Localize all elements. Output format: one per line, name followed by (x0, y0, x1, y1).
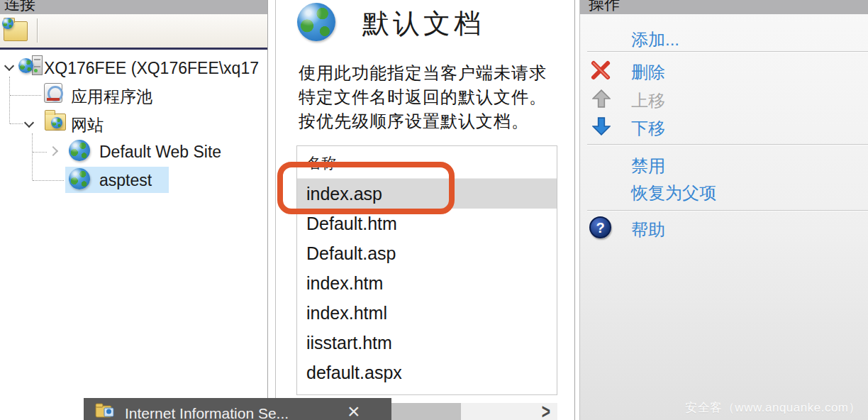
list-column-header-name[interactable]: 名称 (297, 146, 557, 179)
save-connections-icon[interactable] (4, 21, 28, 41)
tree-connector (33, 180, 64, 181)
default-document-panel: 默认文档 使用此功能指定当客户端未请求 特定文件名时返回的默认文件。 按优先级顺… (276, 0, 574, 420)
disable-button[interactable]: 禁用 (631, 155, 665, 177)
description-line: 特定文件名时返回的默认文件。 (299, 85, 547, 109)
chevron-down-icon[interactable] (4, 61, 14, 71)
move-up-button: 上移 (631, 89, 665, 112)
separator (587, 144, 868, 145)
tree-node-server[interactable]: XQ176FEE (XQ176FEE\xq17 (44, 59, 259, 78)
separator (587, 51, 868, 52)
feature-globe-icon (297, 3, 335, 41)
globe-icon (2, 18, 13, 29)
site-globe-icon (69, 140, 90, 161)
feature-description: 使用此功能指定当客户端未请求 特定文件名时返回的默认文件。 按优先级顺序设置默认… (299, 61, 547, 133)
list-item-index-htm[interactable]: index.htm (297, 268, 557, 298)
default-documents-list: 名称 index.asp Default.htm Default.asp ind… (296, 145, 557, 395)
server-icon (18, 55, 43, 77)
watermark: 安全客（www.anquanke.com） (685, 399, 861, 416)
connections-toolbar (0, 14, 268, 50)
actions-panel: 操作 添加... 删除 上移 下移 禁用 恢复为父项 ? 帮助 安全客（www.… (580, 0, 868, 420)
move-down-button[interactable]: 下移 (631, 117, 665, 140)
page-title: 默认文档 (362, 6, 484, 42)
move-down-icon (592, 117, 611, 136)
sites-folder-icon (45, 114, 66, 131)
taskbar-window-title: Internet Information Se... (125, 405, 289, 420)
list-item-default-asp[interactable]: Default.asp (297, 238, 557, 268)
actions-title: 操作 (589, 0, 620, 14)
delete-button[interactable]: 删除 (631, 61, 665, 84)
tree-connector (32, 133, 33, 180)
separator (587, 210, 868, 211)
list-item-default-htm[interactable]: Default.htm (297, 209, 557, 238)
delete-icon (590, 60, 611, 81)
toolbar-separator (37, 18, 38, 43)
connections-title: 连接 (4, 0, 35, 14)
help-button[interactable]: 帮助 (631, 219, 665, 241)
list-item-index-html[interactable]: index.html (297, 298, 557, 328)
panel-splitter[interactable] (574, 0, 580, 420)
iis-manager-window: 连接 XQ176FEE (XQ176FEE\xq17 应用程序池 (0, 0, 868, 420)
tree-node-default-web-site[interactable]: Default Web Site (99, 143, 221, 162)
application-pools-icon (44, 83, 62, 103)
actions-header: 操作 (580, 0, 868, 14)
chevron-down-icon[interactable] (24, 118, 34, 128)
list-item-index-asp[interactable]: index.asp (297, 179, 557, 209)
scroll-right-icon[interactable]: > (542, 399, 550, 420)
move-up-icon (592, 89, 611, 108)
description-line: 使用此功能指定当客户端未请求 (299, 61, 547, 85)
tree-connector (9, 77, 10, 123)
connections-panel: 连接 XQ176FEE (XQ176FEE\xq17 应用程序池 (0, 0, 268, 420)
list-item-default-aspx[interactable]: default.aspx (297, 358, 557, 387)
panel-splitter[interactable] (267, 0, 276, 420)
tree-node-sites[interactable]: 网站 (71, 114, 104, 136)
chevron-right-icon[interactable] (48, 146, 58, 156)
description-line: 按优先级顺序设置默认文档。 (299, 109, 547, 133)
help-icon[interactable]: ? (589, 216, 611, 238)
tree-connector (10, 123, 23, 124)
revert-to-parent-button[interactable]: 恢复为父项 (631, 182, 716, 204)
tree-connector (10, 95, 41, 96)
list-item-iisstart-htm[interactable]: iisstart.htm (297, 328, 557, 358)
add-button[interactable]: 添加... (631, 28, 679, 51)
tree-node-app-pools[interactable]: 应用程序池 (71, 86, 152, 108)
iis-app-icon (95, 403, 115, 418)
connections-header: 连接 (0, 0, 268, 14)
close-icon[interactable]: × (347, 399, 360, 420)
site-globe-icon (69, 168, 90, 189)
tree-node-asptest[interactable]: asptest (99, 171, 152, 190)
taskbar-window-item[interactable]: Internet Information Se... × (84, 398, 391, 420)
tree-connector (33, 152, 47, 153)
